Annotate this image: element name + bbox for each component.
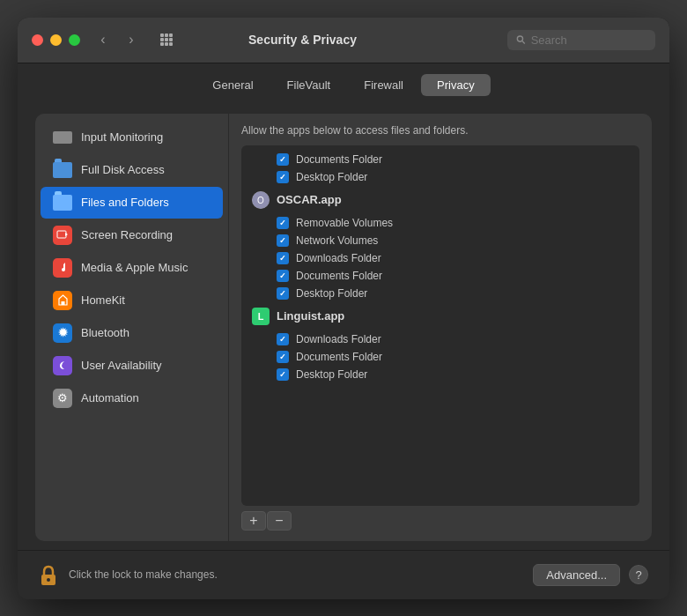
search-icon (516, 34, 526, 45)
sidebar-item-automation[interactable]: ⚙ Automation (41, 382, 223, 414)
search-box[interactable] (507, 30, 655, 50)
checkbox-documents-folder-oscar[interactable] (277, 270, 289, 282)
checkbox-desktop-folder-linguist[interactable] (277, 368, 289, 381)
file-label: Downloads Folder (296, 252, 381, 264)
file-access-list: Documents Folder Desktop Folder O (241, 145, 639, 506)
sidebar-item-homekit[interactable]: HomeKit (41, 285, 223, 316)
svg-point-9 (517, 36, 522, 41)
list-item: Downloads Folder (241, 330, 639, 348)
remove-button[interactable]: − (267, 511, 292, 531)
list-item: Desktop Folder (241, 168, 639, 186)
lock-text: Click the lock to make changes. (69, 568, 524, 581)
file-label: Desktop Folder (296, 287, 367, 300)
music-icon (53, 258, 72, 278)
checkbox-desktop-folder-top[interactable] (277, 171, 289, 183)
checkbox-downloads-folder-linguist[interactable] (277, 333, 289, 345)
file-label: Documents Folder (296, 270, 382, 282)
linguist-app-icon: L (252, 308, 270, 325)
oscar-app-icon: O (252, 191, 270, 209)
oscar-app-name: OSCAR.app (277, 193, 342, 206)
checkbox-removable-volumes[interactable] (277, 217, 289, 229)
sidebar-item-label: Files and Folders (81, 196, 169, 209)
list-bottom-buttons: + − (241, 511, 639, 531)
main-window: ‹ › Security & Privacy (18, 18, 669, 599)
tab-privacy[interactable]: Privacy (421, 74, 491, 96)
linguist-app-name: Linguist.app (277, 309, 344, 323)
sidebar-item-user-availability[interactable]: User Availability (41, 350, 223, 382)
app-group-oscar: O OSCAR.app (241, 186, 639, 214)
list-item: Downloads Folder (241, 249, 639, 267)
file-label: Desktop Folder (296, 171, 367, 183)
svg-line-10 (522, 41, 525, 44)
sidebar: Input Monitoring Full Disk Access Files … (35, 114, 229, 541)
panel: Input Monitoring Full Disk Access Files … (35, 114, 652, 541)
sidebar-item-label: Automation (81, 391, 139, 404)
sidebar-item-label: Media & Apple Music (81, 261, 188, 274)
app-group-linguist: L Linguist.app (241, 302, 639, 330)
sidebar-item-label: Input Monitoring (81, 130, 163, 144)
keyboard-icon (53, 128, 72, 147)
screen-recording-icon (53, 226, 72, 245)
right-panel: Allow the apps below to access files and… (229, 114, 652, 541)
main-content: Input Monitoring Full Disk Access Files … (18, 105, 669, 550)
titlebar: ‹ › Security & Privacy (18, 18, 669, 63)
svg-rect-13 (61, 301, 64, 305)
checkbox-documents-folder-linguist[interactable] (277, 351, 289, 363)
search-input[interactable] (531, 33, 646, 47)
sidebar-item-bluetooth[interactable]: ✹ Bluetooth (41, 317, 223, 349)
zoom-button[interactable] (69, 34, 80, 46)
help-button[interactable]: ? (629, 565, 648, 584)
svg-rect-11 (57, 231, 66, 238)
advanced-button[interactable]: Advanced... (533, 564, 620, 586)
list-item: Documents Folder (241, 348, 639, 366)
close-button[interactable] (32, 34, 43, 46)
homekit-icon (53, 291, 72, 310)
list-item: Documents Folder (241, 267, 639, 285)
checkbox-downloads-folder-oscar[interactable] (277, 252, 289, 264)
list-item: Desktop Folder (241, 285, 639, 302)
folder-blue-icon (53, 160, 72, 180)
file-label: Documents Folder (296, 153, 382, 166)
minimize-button[interactable] (50, 34, 62, 46)
lock-icon[interactable] (39, 564, 60, 585)
sidebar-item-input-monitoring[interactable]: Input Monitoring (41, 122, 223, 153)
svg-text:O: O (257, 196, 264, 205)
file-label: Removable Volumes (296, 217, 393, 229)
sidebar-item-label: Bluetooth (81, 326, 129, 339)
panel-description: Allow the apps below to access files and… (241, 124, 639, 137)
tab-bar: General FileVault Firewall Privacy (18, 63, 669, 105)
list-item: Documents Folder (241, 151, 639, 168)
list-item: Desktop Folder (241, 366, 639, 383)
file-label: Desktop Folder (296, 368, 367, 381)
bluetooth-icon: ✹ (53, 323, 72, 343)
sidebar-item-media-apple-music[interactable]: Media & Apple Music (41, 252, 223, 284)
checkbox-network-volumes[interactable] (277, 234, 289, 247)
sidebar-item-files-and-folders[interactable]: Files and Folders (41, 187, 223, 219)
sidebar-item-label: HomeKit (81, 293, 125, 307)
svg-point-17 (47, 578, 50, 582)
gear-icon: ⚙ (53, 389, 72, 408)
footer: Click the lock to make changes. Advanced… (18, 550, 669, 599)
file-label: Network Volumes (296, 234, 378, 247)
folder-selected-icon (53, 193, 72, 212)
sidebar-item-label: Screen Recording (81, 228, 173, 241)
window-title: Security & Privacy (98, 33, 507, 47)
add-button[interactable]: + (241, 511, 266, 531)
list-item: Network Volumes (241, 232, 639, 249)
file-label: Documents Folder (296, 351, 382, 363)
sidebar-item-full-disk-access[interactable]: Full Disk Access (41, 154, 223, 186)
tab-firewall[interactable]: Firewall (348, 74, 419, 96)
checkbox-documents-folder-top[interactable] (277, 153, 289, 166)
list-item: Removable Volumes (241, 214, 639, 232)
sidebar-item-label: Full Disk Access (81, 163, 165, 176)
tab-general[interactable]: General (196, 74, 269, 96)
sidebar-item-label: User Availability (81, 359, 162, 372)
traffic-lights (32, 34, 80, 46)
tab-filevault[interactable]: FileVault (271, 74, 347, 96)
moon-icon (53, 356, 72, 375)
file-label: Downloads Folder (296, 333, 381, 345)
sidebar-item-screen-recording[interactable]: Screen Recording (41, 219, 223, 251)
checkbox-desktop-folder-oscar[interactable] (277, 287, 289, 300)
